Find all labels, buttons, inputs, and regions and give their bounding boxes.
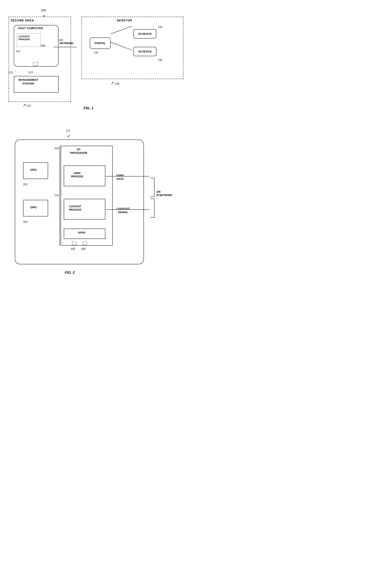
io-processor-label: I/O PROCESSOR [70, 148, 87, 155]
fig1-caption: FIG. 1 [84, 106, 93, 110]
ref-201: 201 [23, 183, 28, 186]
arrow-203: → [60, 146, 63, 149]
usbx-to-bracket-line [106, 176, 149, 176]
ref-205-bottom: 205 [71, 247, 75, 251]
connector-205 [72, 241, 77, 245]
lockout-to-bracket-line [106, 210, 149, 210]
io-device-label-2: I/O DEVICE [138, 50, 152, 53]
cpu-label: CPU [30, 168, 37, 171]
portal-label: PORTAL [95, 42, 106, 45]
fig2-diagram: 111 ↙ CPU 201 GPU 202 I/O PROCESSOR 203 … [4, 129, 188, 283]
desktop-label: DESKTOP [117, 19, 132, 22]
gpu-label: GPU [30, 206, 37, 209]
lockout-process-label: LOCKOUT PROCESS [19, 35, 30, 41]
ref-112-fig2: 112 [54, 194, 59, 197]
usbx-process-label: USBX PROCESS [71, 172, 83, 178]
mgmt-station-label: MANAGEMENT STATION [19, 78, 38, 85]
ref-203: 203 [54, 147, 59, 150]
lockout-signal-label: LOCKOUT SIGNAL [116, 207, 130, 214]
ref-202: 202 [23, 220, 28, 223]
host-computer-label: HOST COMPUTER [18, 27, 43, 30]
ref-132-bottom: 132 [158, 58, 162, 62]
host-connector [33, 62, 38, 66]
ref-120: 120 [59, 39, 63, 42]
portal-box: PORTAL [90, 38, 110, 49]
arrow-130-fig1: ↗ [110, 81, 114, 85]
io-device-label-1: I/O DEVICE [138, 32, 152, 35]
connector-206 [83, 241, 87, 245]
ref-112-fig1: 112 [16, 50, 21, 53]
ref-111-fig1: 111 [9, 71, 13, 74]
ref-131: 131 [94, 51, 99, 54]
fig1-diagram: 100 ↙ SECURE AREA HOST COMPUTER LOCKOUT … [4, 8, 188, 117]
gpio-label: GPI/O [78, 231, 85, 234]
ref-206-bottom: 206 [81, 247, 85, 251]
arrow-111-fig2: ↙ [67, 133, 71, 139]
ref-206-fig1: 206 [41, 44, 45, 47]
ref-111-fig2: 111 [66, 129, 70, 132]
ref-130: 130 [115, 82, 119, 85]
fig2-caption: FIG. 2 [65, 271, 75, 275]
lockout-process-label-fig2: LOCKOUT PROCESS [69, 205, 81, 211]
ref-132-top: 132 [158, 25, 162, 28]
ref-113-fig1: 113 [28, 71, 33, 74]
secure-area-label: SECURE AREA [11, 19, 34, 22]
arrow-110: ↗ [23, 103, 26, 108]
arrow-111-fig1: ↑ [15, 70, 16, 73]
ip-network-bracket [149, 177, 155, 219]
ref-110: 110 [26, 104, 31, 107]
io-device-box-1: I/O DEVICE [133, 29, 156, 39]
usbx-process-box [64, 166, 105, 186]
arrow-112-fig2: → [60, 192, 63, 196]
ref-100: 100 [41, 8, 46, 12]
page: 100 ↙ SECURE AREA HOST COMPUTER LOCKOUT … [0, 0, 192, 291]
network-line [54, 47, 77, 47]
network-label: NETWORK [60, 42, 73, 45]
io-device-box-2: I/O DEVICE [133, 47, 156, 56]
usbx-data-label: USBX DATA [116, 174, 124, 181]
ip-network-label: 205 IP NETWORK [156, 190, 172, 197]
vertical-divider [60, 146, 60, 246]
